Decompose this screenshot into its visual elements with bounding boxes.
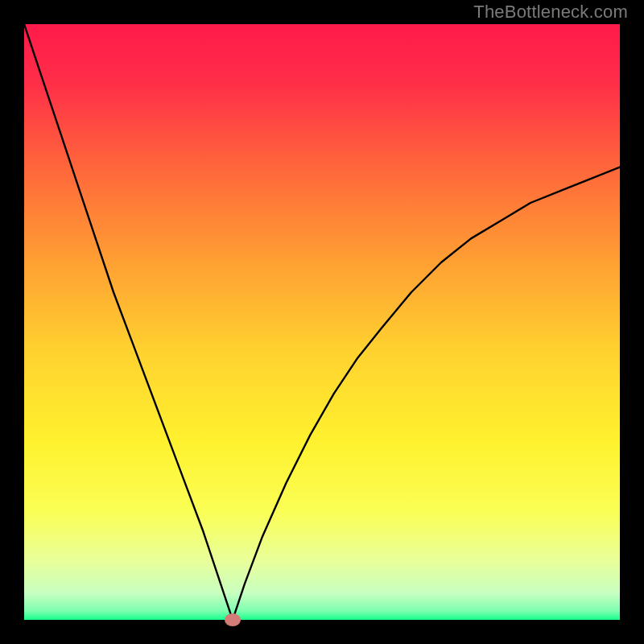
chart-frame: TheBottleneck.com xyxy=(0,0,644,644)
minimum-marker xyxy=(225,613,241,626)
bottleneck-chart xyxy=(0,0,644,644)
plot-background xyxy=(24,24,620,620)
watermark-text: TheBottleneck.com xyxy=(473,2,628,23)
